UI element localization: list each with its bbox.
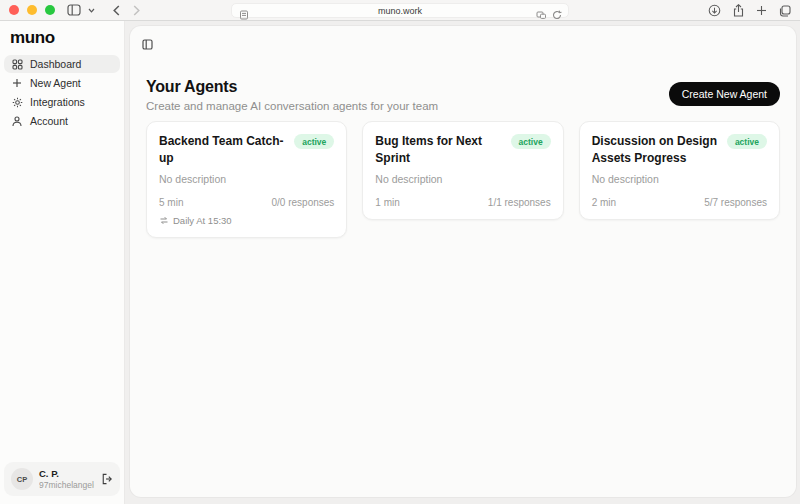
agent-description: No description (375, 173, 550, 185)
create-new-agent-button[interactable]: Create New Agent (669, 82, 780, 106)
page-header-text: Your Agents Create and manage AI convers… (146, 78, 438, 112)
page-subtitle: Create and manage AI conversation agents… (146, 100, 438, 112)
share-icon[interactable] (733, 4, 744, 17)
agent-duration: 1 min (375, 197, 399, 208)
downloads-icon[interactable] (708, 4, 721, 17)
agent-schedule: Daily At 15:30 (159, 215, 334, 226)
dashboard-grid-icon (11, 59, 23, 70)
toolbar-nav-group (65, 2, 145, 18)
sidebar-item-label: Integrations (30, 96, 85, 108)
card-footer: 5 min 0/0 responses Daily At 15:30 (159, 185, 334, 226)
card-meta-row: 1 min 1/1 responses (375, 197, 550, 208)
repeat-icon (159, 216, 169, 225)
panel-sidebar-toggle-button[interactable] (142, 39, 153, 50)
card-head: Bug Items for Next Sprint active (375, 133, 550, 168)
user-meta: C. P. 97michelangelo... (39, 468, 94, 490)
person-icon (11, 116, 23, 127)
avatar: CP (11, 468, 33, 490)
sidebar-item-dashboard[interactable]: Dashboard (4, 55, 120, 73)
back-button[interactable] (107, 2, 125, 18)
address-bar[interactable]: muno.work (231, 3, 569, 18)
agent-card-backend-team-catch-up[interactable]: Backend Team Catch-up active No descript… (146, 121, 347, 238)
page-header: Your Agents Create and manage AI convers… (146, 78, 780, 112)
sidebar-item-label: New Agent (30, 77, 81, 89)
gear-icon (11, 97, 23, 108)
sidebar-item-label: Account (30, 115, 68, 127)
user-handle: 97michelangelo... (39, 480, 94, 490)
card-head: Discussion on Design Assets Progress act… (592, 133, 767, 168)
card-meta-row: 5 min 0/0 responses (159, 197, 334, 208)
app-logo: muno (10, 28, 124, 48)
close-window-button[interactable] (9, 5, 19, 15)
card-meta-row: 2 min 5/7 responses (592, 197, 767, 208)
agent-title: Bug Items for Next Sprint (375, 133, 502, 168)
agent-title: Discussion on Design Assets Progress (592, 133, 719, 168)
agent-responses: 0/0 responses (272, 197, 335, 208)
agent-card-discussion-on-design-assets-progress[interactable]: Discussion on Design Assets Progress act… (579, 121, 780, 220)
browser-toolbar: muno.work (0, 0, 800, 21)
app-content: muno Dashboard New Agent (0, 21, 800, 504)
minimize-window-button[interactable] (27, 5, 37, 15)
user-name: C. P. (39, 468, 94, 479)
agent-card-bug-items-for-next-sprint[interactable]: Bug Items for Next Sprint active No desc… (362, 121, 563, 220)
browser-window: muno.work (0, 0, 800, 504)
status-badge: active (294, 134, 334, 149)
sidebar-item-integrations[interactable]: Integrations (4, 93, 120, 111)
fullscreen-window-button[interactable] (45, 5, 55, 15)
agent-description: No description (159, 173, 334, 185)
agent-schedule-label: Daily At 15:30 (173, 215, 232, 226)
agent-description: No description (592, 173, 767, 185)
toolbar-actions (708, 0, 791, 21)
sidebar-item-label: Dashboard (30, 58, 81, 70)
sidebar-item-account[interactable]: Account (4, 112, 120, 130)
status-badge: active (727, 134, 767, 149)
logout-icon[interactable] (100, 473, 113, 485)
agent-card-list: Backend Team Catch-up active No descript… (146, 121, 780, 238)
status-badge: active (511, 134, 551, 149)
sidebar-nav: Dashboard New Agent Integrations (0, 55, 124, 130)
chevron-down-icon[interactable] (85, 2, 97, 18)
sidebar-icon (67, 4, 81, 16)
sidebar-icon (142, 39, 153, 50)
window-controls (9, 5, 55, 15)
user-profile[interactable]: CP C. P. 97michelangelo... (4, 462, 120, 496)
url-text: muno.work (378, 6, 422, 16)
plus-icon (11, 78, 23, 88)
agent-title: Backend Team Catch-up (159, 133, 286, 168)
browser-sidebar-toggle-button[interactable] (65, 2, 83, 18)
sidebar-item-new-agent[interactable]: New Agent (4, 74, 120, 92)
tab-overview-icon[interactable] (779, 5, 791, 17)
agent-responses: 5/7 responses (704, 197, 767, 208)
forward-button[interactable] (127, 2, 145, 18)
agent-responses: 1/1 responses (488, 197, 551, 208)
agent-duration: 5 min (159, 197, 183, 208)
main-panel: Your Agents Create and manage AI convers… (130, 26, 796, 497)
card-footer: 2 min 5/7 responses (592, 185, 767, 208)
agent-duration: 2 min (592, 197, 616, 208)
new-tab-icon[interactable] (756, 5, 767, 16)
main-area: Your Agents Create and manage AI convers… (125, 21, 800, 504)
chevron-left-icon (113, 5, 120, 16)
page-title: Your Agents (146, 78, 438, 96)
card-head: Backend Team Catch-up active (159, 133, 334, 168)
sidebar: muno Dashboard New Agent (0, 21, 125, 504)
chevron-right-icon (133, 5, 140, 16)
card-footer: 1 min 1/1 responses (375, 185, 550, 208)
